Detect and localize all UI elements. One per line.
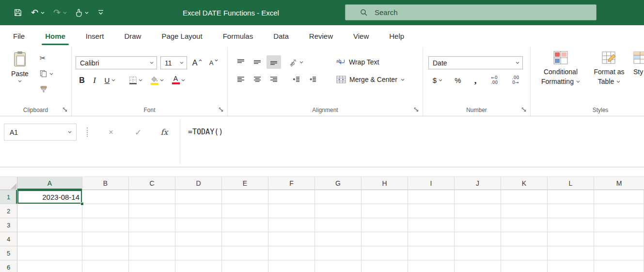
tab-formulas[interactable]: Formulas [213, 25, 264, 47]
save-button[interactable] [14, 8, 22, 17]
cell-M2[interactable] [594, 204, 644, 218]
underline-button[interactable]: U [101, 74, 119, 87]
cell-M5[interactable] [594, 246, 644, 260]
tab-home[interactable]: Home [35, 25, 76, 47]
increase-indent-button[interactable] [305, 73, 320, 86]
wrap-text-button[interactable]: ab Wrap Text [336, 55, 379, 69]
cell-G3[interactable] [315, 218, 361, 232]
tab-review[interactable]: Review [299, 25, 343, 47]
cell-D6[interactable] [175, 260, 222, 272]
format-painter-button[interactable] [40, 84, 47, 94]
undo-button[interactable]: ↶ [31, 8, 45, 17]
tab-file[interactable]: File [3, 25, 35, 47]
cell-L6[interactable] [548, 260, 594, 272]
name-box[interactable]: A1 [4, 124, 77, 141]
column-header-D[interactable]: D [175, 177, 222, 190]
cell-I3[interactable] [408, 218, 455, 232]
cell-M3[interactable] [594, 218, 644, 232]
row-header-1[interactable]: 1 [0, 190, 17, 204]
cell-J2[interactable] [455, 204, 501, 218]
search-box[interactable]: Search [345, 4, 597, 20]
column-header-E[interactable]: E [222, 177, 268, 190]
cell-C5[interactable] [129, 246, 175, 260]
cell-J6[interactable] [455, 260, 501, 272]
cell-H2[interactable] [361, 204, 408, 218]
clipboard-dialog-launcher[interactable] [61, 106, 68, 113]
font-dialog-launcher[interactable] [217, 106, 224, 113]
row-header-6[interactable]: 6 [0, 260, 17, 272]
cell-I1[interactable] [408, 190, 455, 204]
cell-D4[interactable] [175, 232, 222, 246]
column-header-K[interactable]: K [501, 177, 548, 190]
enter-button[interactable]: ✓ [130, 124, 146, 140]
tab-draw[interactable]: Draw [114, 25, 151, 47]
cell-K5[interactable] [501, 246, 548, 260]
column-header-G[interactable]: G [315, 177, 361, 190]
cell-C2[interactable] [129, 204, 175, 218]
cell-M4[interactable] [594, 232, 644, 246]
cell-K6[interactable] [501, 260, 548, 272]
number-dialog-launcher[interactable] [520, 106, 527, 113]
cell-J5[interactable] [455, 246, 501, 260]
select-all-button[interactable] [0, 177, 17, 190]
align-center-button[interactable] [250, 73, 265, 86]
column-header-F[interactable]: F [268, 177, 315, 190]
column-header-A[interactable]: A [17, 177, 82, 190]
cell-D3[interactable] [175, 218, 222, 232]
cell-B3[interactable] [82, 218, 129, 232]
copy-button[interactable] [40, 69, 53, 79]
cell-L2[interactable] [548, 204, 594, 218]
merge-center-button[interactable]: Merge & Center [336, 73, 405, 86]
percent-style-button[interactable]: % [451, 74, 465, 87]
decrease-decimal-button[interactable]: .000→ [507, 74, 524, 87]
cell-H6[interactable] [361, 260, 408, 272]
insert-function-button[interactable]: fx [156, 124, 173, 140]
align-right-button[interactable] [267, 73, 281, 86]
cell-A2[interactable] [17, 204, 82, 218]
cell-F4[interactable] [268, 232, 315, 246]
fill-handle[interactable] [80, 202, 84, 206]
increase-font-size-button[interactable]: A [191, 56, 204, 69]
cell-L4[interactable] [548, 232, 594, 246]
cell-F3[interactable] [268, 218, 315, 232]
column-header-L[interactable]: L [548, 177, 594, 190]
cell-D5[interactable] [175, 246, 222, 260]
column-header-I[interactable]: I [408, 177, 455, 190]
tab-view[interactable]: View [343, 25, 379, 47]
cell-E4[interactable] [222, 232, 268, 246]
cell-A1[interactable]: 2023-08-14 [17, 190, 82, 204]
cell-E5[interactable] [222, 246, 268, 260]
format-as-table-button[interactable]: Format as Table [589, 50, 629, 116]
number-format-select[interactable]: Date [428, 56, 523, 69]
italic-button[interactable]: I [88, 74, 101, 87]
cell-K4[interactable] [501, 232, 548, 246]
column-header-M[interactable]: M [594, 177, 644, 190]
cell-C3[interactable] [129, 218, 175, 232]
column-header-C[interactable]: C [129, 177, 175, 190]
cell-G6[interactable] [315, 260, 361, 272]
cell-G2[interactable] [315, 204, 361, 218]
decrease-font-size-button[interactable]: A [207, 56, 220, 69]
cell-G5[interactable] [315, 246, 361, 260]
cell-A3[interactable] [17, 218, 82, 232]
cut-button[interactable]: ✂ [40, 53, 46, 63]
borders-button[interactable] [126, 74, 145, 87]
fill-color-button[interactable] [147, 74, 167, 87]
alignment-dialog-launcher[interactable] [412, 106, 420, 113]
cell-G1[interactable] [315, 190, 361, 204]
touch-mouse-mode-button[interactable] [76, 9, 89, 17]
cell-B4[interactable] [82, 232, 129, 246]
cell-C1[interactable] [129, 190, 175, 204]
cell-L3[interactable] [548, 218, 594, 232]
cell-D1[interactable] [175, 190, 222, 204]
orientation-button[interactable]: ab [289, 55, 303, 69]
cell-L1[interactable] [548, 190, 594, 204]
comma-style-button[interactable]: , [469, 74, 482, 87]
conditional-formatting-button[interactable]: Conditional Formatting [534, 50, 587, 116]
cell-A4[interactable] [17, 232, 82, 246]
row-header-3[interactable]: 3 [0, 218, 17, 232]
cell-B5[interactable] [82, 246, 129, 260]
bottom-align-button[interactable] [267, 55, 281, 69]
font-name-select[interactable]: Calibri [76, 56, 157, 69]
middle-align-button[interactable] [250, 55, 265, 69]
